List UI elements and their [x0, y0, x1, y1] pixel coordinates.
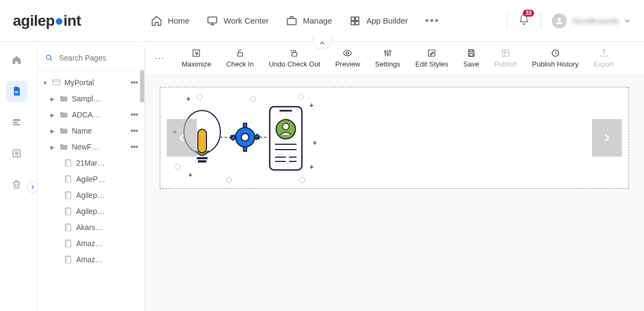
tb-save[interactable]: Save: [456, 48, 487, 68]
portal-icon: [51, 78, 61, 87]
nav-manage[interactable]: Manage: [286, 15, 332, 27]
svg-point-44: [241, 134, 249, 141]
layout-icon: [11, 117, 22, 128]
design-canvas[interactable]: + + + + + +: [145, 74, 644, 311]
tree-item-menu[interactable]: •••: [128, 78, 140, 87]
nav-more[interactable]: •••: [425, 14, 440, 27]
tree-item-menu[interactable]: •••: [128, 142, 140, 152]
nav-app-builder[interactable]: App Builder: [349, 15, 408, 27]
svg-point-68: [250, 97, 256, 102]
toolbar-more[interactable]: ⋯: [154, 52, 165, 64]
svg-rect-2: [351, 17, 354, 20]
tree-root[interactable]: ▼ MyPortal •••: [38, 75, 144, 91]
expand-icon[interactable]: ▶: [49, 96, 56, 102]
nav-work-center[interactable]: Work Center: [206, 15, 269, 27]
chevron-up-icon: [319, 39, 326, 47]
tree-item-menu[interactable]: •••: [128, 126, 140, 136]
tree-label: Akars…: [76, 223, 140, 232]
tree-folder[interactable]: ▶ Name •••: [38, 123, 144, 139]
rail-layout[interactable]: [6, 112, 27, 133]
svg-rect-20: [66, 209, 71, 215]
carousel-widget[interactable]: + + + + + +: [160, 87, 629, 189]
tree-page[interactable]: Agilep…: [38, 203, 144, 219]
tree-page[interactable]: 21Mar…: [38, 155, 144, 171]
tree-page[interactable]: Agilep…: [38, 187, 144, 203]
svg-rect-7: [13, 119, 20, 121]
carousel-next[interactable]: [592, 119, 622, 157]
svg-rect-4: [351, 21, 354, 24]
carousel-prev[interactable]: [167, 119, 197, 157]
home-icon: [11, 55, 22, 65]
carousel-illustration: + + + + + +: [170, 92, 470, 185]
expand-icon[interactable]: ▶: [49, 128, 56, 134]
page-toolbar: ⋯ Maximize Check In Undo Check Out Previ…: [145, 42, 644, 74]
tb-publish: Publish: [487, 48, 525, 68]
svg-rect-42: [198, 160, 206, 162]
eye-icon: [343, 48, 352, 58]
search-pages[interactable]: [38, 46, 144, 70]
tree-label: 21Mar…: [76, 159, 140, 167]
user-menu[interactable]: Muraliksowda: [552, 13, 631, 28]
expand-icon[interactable]: ▶: [49, 112, 56, 118]
notifications-button[interactable]: 33: [518, 14, 530, 27]
rail-list[interactable]: [6, 143, 27, 164]
chevron-right-icon: [29, 184, 36, 190]
tree-page[interactable]: AgileP…: [38, 171, 144, 187]
tree-item-menu[interactable]: •••: [128, 110, 140, 120]
tree-folder[interactable]: ▶ Sampl…: [38, 91, 144, 107]
tb-publish-history[interactable]: Publish History: [524, 48, 586, 68]
divider: [541, 13, 541, 29]
svg-rect-28: [238, 53, 242, 56]
svg-point-31: [384, 51, 386, 53]
search-input[interactable]: [59, 54, 137, 62]
svg-rect-16: [66, 176, 71, 183]
tb-undo-check-out[interactable]: Undo Check Out: [261, 48, 328, 68]
rail-home[interactable]: [6, 49, 27, 71]
tree-label: MyPortal: [64, 78, 125, 87]
tree-page[interactable]: Amaz…: [38, 235, 144, 251]
chevron-left-icon: [175, 131, 188, 144]
left-rail: [0, 42, 33, 311]
tree-folder[interactable]: ▶ ADCA… •••: [38, 107, 144, 123]
search-icon: [45, 54, 54, 62]
svg-rect-12: [53, 80, 60, 85]
tb-check-in[interactable]: Check In: [219, 48, 261, 68]
page-icon: [63, 190, 73, 200]
tb-maximize[interactable]: Maximize: [174, 48, 219, 68]
briefcase-icon: [286, 15, 298, 27]
nav-label: Home: [168, 16, 189, 25]
rail-pages[interactable]: [6, 80, 27, 102]
nav-home[interactable]: Home: [151, 15, 189, 27]
tree-label: Agilep…: [76, 207, 140, 216]
tb-edit-styles[interactable]: Edit Styles: [408, 48, 456, 68]
svg-point-32: [387, 53, 389, 55]
svg-rect-9: [13, 124, 20, 125]
svg-text:+: +: [313, 138, 317, 147]
divider: [507, 13, 507, 29]
svg-rect-1: [287, 18, 297, 25]
monitor-icon: [206, 15, 218, 27]
tree-page[interactable]: Akars…: [38, 219, 144, 235]
history-icon: [551, 48, 560, 58]
edit-icon: [427, 48, 436, 58]
tb-settings[interactable]: Settings: [368, 48, 408, 68]
rail-trash[interactable]: [6, 174, 27, 195]
svg-rect-37: [502, 50, 509, 56]
scrollbar-thumb[interactable]: [140, 70, 144, 102]
tree-folder[interactable]: ▶ NewF… •••: [38, 139, 144, 155]
canvas-wrap: ⋯ Maximize Check In Undo Check Out Previ…: [145, 42, 644, 311]
tb-preview[interactable]: Preview: [328, 48, 367, 68]
tree-label: NewF…: [72, 143, 125, 151]
expand-icon[interactable]: ▼: [42, 80, 48, 86]
maximize-icon: [191, 48, 201, 58]
tree-label: Sampl…: [72, 94, 140, 103]
lock-undo-icon: [290, 48, 299, 58]
tree-page[interactable]: Amaz…: [38, 251, 144, 268]
svg-text:+: +: [186, 94, 190, 103]
expand-icon[interactable]: ▶: [49, 144, 56, 150]
svg-rect-22: [66, 225, 71, 231]
tree-label: Agilep…: [76, 191, 140, 199]
page-icon: [11, 86, 22, 97]
rail-collapse-toggle[interactable]: [27, 181, 39, 193]
svg-point-70: [226, 177, 232, 183]
